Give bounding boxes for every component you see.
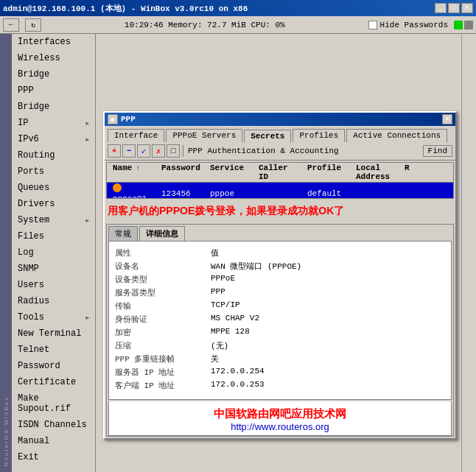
sidebar-item-snmp[interactable]: SNMP [12,261,95,277]
remove-button[interactable]: − [122,144,136,158]
details-content: 属性 值 设备名 WAN 微型端口 (PPPOE) 设备类型 PPPoE 服务器… [108,241,452,400]
sidebar-item-exit[interactable]: Exit [12,449,95,465]
col-service: Service [207,163,256,181]
tab-active-connections[interactable]: Active Connections [346,129,447,142]
sidebar-item-users[interactable]: Users [12,277,95,293]
sidebar-item-ipv6[interactable]: IPv6 ► [12,131,95,147]
detail-value-encrypt: MPPE 128 [211,327,250,338]
ppp-window: ■ PPP × Interface PPPoE Servers Secrets … [103,111,457,440]
content-area: ■ PPP × Interface PPPoE Servers Secrets … [96,34,476,472]
detail-value-transport: TCP/IP [211,300,240,311]
sidebar-item-bridge2[interactable]: Bridge [12,99,95,115]
sidebar-item-ip[interactable]: IP ► [12,115,95,131]
details-tab-bar: 常规 详细信息 [107,225,453,241]
detail-row-server-type: 服务器类型 PPP [115,287,445,298]
sidebar-item-radius[interactable]: Radius [12,293,95,309]
detail-label-device-type: 设备类型 [115,274,211,285]
status-light-green [454,21,463,29]
cell-name: pppoe01 [110,183,158,199]
pppoe-icon [113,183,122,192]
back-button[interactable]: ← [3,18,19,32]
title-bar-controls: _ □ × [435,3,473,13]
ppp-table: Name Password Service Caller ID Profile … [106,162,454,199]
detail-value-multilink: 关 [211,353,219,364]
ppp-window-icon: ■ [108,114,118,124]
check-button[interactable]: ✓ [137,144,150,158]
detail-value-client-ip: 172.0.0.253 [211,380,265,391]
cell-service: pppoe [207,189,256,198]
detail-label-multilink: PPP 多重链接帧 [115,353,211,364]
right-scroll-area [461,34,476,472]
toolbar-divider [183,145,183,157]
sidebar-arrow-ip: ► [85,120,89,127]
ppp-toolbar: + − ✓ ✗ □ PPP Authentication & Accountin… [105,142,455,161]
detail-label-encrypt: 加密 [115,327,211,338]
col-password: Password [158,163,207,181]
sidebar-item-isdn[interactable]: ISDN Channels [12,417,95,433]
sidebar-item-telnet[interactable]: Telnet [12,342,95,358]
detail-label-compress: 压缩 [115,340,211,351]
refresh-button[interactable]: ↻ [25,18,41,32]
detail-value-server-type: PPP [211,287,225,298]
detail-label-device-name: 设备名 [115,261,211,272]
sidebar-item-new-terminal[interactable]: New Terminal [12,325,95,342]
detail-row-auth: 身份验证 MS CHAP V2 [115,314,445,325]
tab-profiles[interactable]: Profiles [293,129,345,142]
cell-password: 123456 [158,189,207,198]
hide-passwords-checkbox[interactable] [368,21,377,29]
table-row[interactable]: pppoe01 123456 pppoe default [107,183,453,199]
sidebar-item-manual[interactable]: Manual [12,433,95,449]
tab-secrets[interactable]: Secrets [244,130,291,143]
ppp-title-bar: ■ PPP × [105,113,455,126]
detail-row-server-ip: 服务器 IP 地址 172.0.0.254 [115,367,445,378]
detail-label-server-type: 服务器类型 [115,287,211,298]
tab-pppoe-servers[interactable]: PPPoE Servers [166,129,242,142]
sidebar-item-ports[interactable]: Ports [12,163,95,180]
tab-general[interactable]: 常规 [108,226,138,241]
auth-accounting-label: PPP Authentication & Accounting [186,145,421,157]
find-button[interactable]: Find [423,145,452,157]
detail-row-device-name: 设备名 WAN 微型端口 (PPPOE) [115,261,445,272]
detail-row-transport: 传输 TCP/IP [115,300,445,311]
maximize-button[interactable]: □ [448,3,460,13]
detail-row-multilink: PPP 多重链接帧 关 [115,353,445,364]
hide-passwords-label: Hide Passwords [380,21,448,29]
cancel-button[interactable]: ✗ [152,144,165,158]
col-name[interactable]: Name [110,163,158,181]
detail-label-auth: 身份验证 [115,314,211,325]
detail-label-server-ip: 服务器 IP 地址 [115,367,211,378]
watermark: 中国软路由网吧应用技术网 http://www.routeros.org [108,401,452,436]
sidebar-item-bridge1[interactable]: Bridge [12,66,95,82]
sidebar-item-files[interactable]: Files [12,228,95,244]
sidebar-item-queues[interactable]: Queues [12,180,95,196]
copy-button[interactable]: □ [167,144,180,158]
sidebar-item-wireless[interactable]: Wireless [12,50,95,66]
annotation-text: 用客户机的PPPOE拨号登录，如果登录成功就OK了 [105,200,455,222]
close-button[interactable]: × [461,3,473,13]
sidebar-item-ppp[interactable]: PPP [12,82,95,99]
sidebar-item-make-supout[interactable]: Make Supout.rif [12,390,95,417]
ppp-close-button[interactable]: × [442,114,452,124]
sidebar-item-interfaces[interactable]: Interfaces [12,34,95,50]
title-bar-text: admin@192.168.100.1 (本地) - WinBox v3.0rc… [3,3,248,14]
detail-label-client-ip: 客户端 IP 地址 [115,380,211,391]
detail-value-attr: 值 [211,247,219,258]
detail-value-compress: (无) [211,340,228,351]
sidebar-item-tools[interactable]: Tools ► [12,309,95,325]
routeros-text: RouterOS WinBox [3,396,10,466]
sidebar-item-log[interactable]: Log [12,244,95,261]
tab-interface[interactable]: Interface [108,129,164,142]
minimize-button[interactable]: _ [435,3,447,13]
detail-value-server-ip: 172.0.0.254 [211,367,265,378]
sidebar-item-certificate[interactable]: Certificate [12,374,95,390]
sidebar-item-drivers[interactable]: Drivers [12,196,95,212]
sidebar-arrow-system: ► [85,217,89,224]
sidebar-item-routing[interactable]: Routing [12,147,95,163]
add-button[interactable]: + [108,144,121,158]
detail-row-device-type: 设备类型 PPPoE [115,274,445,285]
sidebar-item-password[interactable]: Password [12,358,95,374]
sidebar-item-system[interactable]: System ► [12,212,95,228]
tab-detail-info[interactable]: 详细信息 [139,226,185,241]
detail-row-compress: 压缩 (无) [115,340,445,351]
main-layout: RouterOS WinBox Interfaces Wireless Brid… [0,34,476,472]
